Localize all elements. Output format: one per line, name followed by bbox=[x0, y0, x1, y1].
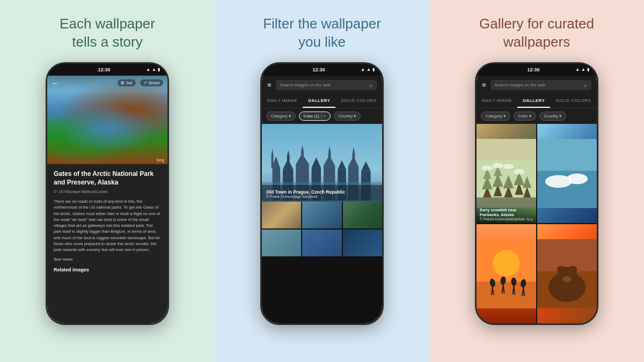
svg-rect-58 bbox=[477, 282, 536, 308]
panel-1-title: Each wallpapertells a story bbox=[60, 15, 155, 51]
signal-icon: ▲ bbox=[146, 67, 150, 72]
phone-2-status-bar: 12:30 ▲ ▲ ▮ bbox=[262, 64, 382, 76]
back-button[interactable]: ← bbox=[52, 79, 59, 87]
set-button[interactable]: ⊞ Set bbox=[118, 79, 136, 86]
signal-icon: ▲ bbox=[361, 67, 365, 72]
notch bbox=[55, 68, 62, 72]
see-more-link[interactable]: See more bbox=[54, 257, 161, 262]
svg-rect-7 bbox=[287, 156, 290, 171]
svg-point-45 bbox=[514, 169, 524, 174]
filter-category[interactable]: Category ▾ bbox=[481, 112, 510, 121]
gallery-alaska-cell[interactable]: Early snowfall near Fairbanks, Alaska Pa… bbox=[477, 124, 536, 223]
story-top-bar: ← ⊞ Set ↗ Share bbox=[47, 76, 167, 91]
svg-point-53 bbox=[564, 178, 570, 182]
flamingos-svg bbox=[477, 224, 536, 323]
gallery-cell-1[interactable] bbox=[262, 202, 301, 228]
gallery-3-grid: Early snowfall near Fairbanks, Alaska Pa… bbox=[477, 124, 597, 323]
gallery-cell-6[interactable] bbox=[343, 230, 382, 256]
filter-color[interactable]: Color (1) | × bbox=[299, 112, 331, 121]
battery-icon: ▮ bbox=[158, 67, 160, 72]
gallery-flamingos-cell[interactable] bbox=[477, 224, 536, 323]
gallery-cell-4[interactable] bbox=[262, 230, 301, 256]
phone-3-topbar: ≡ Search images on the web ⌕ bbox=[477, 76, 597, 94]
phone-3-tabs: DAILY IMAGE GALLERY SOLID COLORS bbox=[477, 94, 597, 108]
svg-point-77 bbox=[563, 276, 572, 282]
filter-country[interactable]: Country ▾ bbox=[539, 112, 566, 121]
svg-point-57 bbox=[493, 249, 520, 276]
gallery-cell-5[interactable] bbox=[302, 230, 341, 256]
search-bar[interactable]: Search images on the web ⌕ bbox=[276, 80, 377, 90]
set-icon: ⊞ bbox=[121, 80, 125, 85]
filter-category[interactable]: Category ▾ bbox=[266, 112, 296, 121]
tab-daily-image[interactable]: DAILY IMAGE bbox=[477, 94, 517, 108]
svg-point-52 bbox=[553, 175, 562, 181]
panel-2-title: Filter the wallpaperyou like bbox=[263, 15, 381, 51]
search-placeholder: Search images on the web bbox=[280, 83, 331, 87]
story-title: Gates of the Arctic National Park and Pr… bbox=[54, 169, 161, 188]
battery-icon: ▮ bbox=[372, 67, 375, 72]
hamburger-menu[interactable]: ≡ bbox=[267, 81, 272, 89]
filter-color[interactable]: Color ▾ bbox=[514, 112, 536, 121]
svg-rect-17 bbox=[328, 152, 331, 167]
gallery-bears-cell[interactable] bbox=[537, 224, 597, 323]
tab-solid-colors[interactable]: SOLID COLORS bbox=[335, 94, 382, 108]
svg-point-42 bbox=[482, 165, 493, 171]
story-description: There are no roads or trails of any kind… bbox=[54, 198, 161, 253]
svg-point-44 bbox=[503, 164, 514, 169]
svg-rect-3 bbox=[272, 155, 274, 168]
tab-gallery[interactable]: GALLERY bbox=[303, 94, 335, 108]
svg-rect-23 bbox=[352, 153, 355, 168]
search-icon: ⌕ bbox=[369, 82, 372, 88]
phone-2-screen: ≡ Search images on the web ⌕ DAILY IMAGE… bbox=[262, 76, 382, 323]
svg-rect-11 bbox=[301, 151, 304, 165]
phone-2-topbar: ≡ Search images on the web ⌕ bbox=[262, 76, 382, 94]
story-actions: ⊞ Set ↗ Share bbox=[118, 79, 163, 86]
phone-2-tabs: DAILY IMAGE GALLERY SOLID COLORS bbox=[262, 94, 382, 108]
prague-caption: Old Town in Prague, Czech Republic Frank… bbox=[266, 189, 378, 198]
share-button[interactable]: ↗ Share bbox=[140, 79, 163, 86]
wifi-icon: ▲ bbox=[367, 67, 371, 72]
phone-3: 12:30 ▲ ▲ ▮ ≡ Search images on the web ⌕… bbox=[475, 62, 598, 325]
tab-gallery[interactable]: GALLERY bbox=[517, 94, 550, 108]
filter-country[interactable]: Country ▾ bbox=[334, 112, 361, 121]
gallery-cell-3[interactable] bbox=[343, 202, 382, 228]
hamburger-menu[interactable]: ≡ bbox=[482, 81, 486, 89]
notch bbox=[484, 68, 492, 72]
search-icon: ⌕ bbox=[584, 82, 587, 88]
panel-gallery: Gallery for curatedwallpapers 12:30 ▲ ▲ … bbox=[429, 0, 644, 362]
status-icons: ▲ ▲ ▮ bbox=[575, 67, 589, 72]
alaska-credit: Patrick Endres/plainpicture bbox=[480, 217, 533, 221]
wifi-icon: ▲ bbox=[581, 67, 586, 72]
story-hero-image: ← ⊞ Set ↗ Share Bing bbox=[47, 76, 167, 164]
svg-point-51 bbox=[567, 173, 588, 184]
phone-2: 12:30 ▲ ▲ ▮ ≡ Search images on the web ⌕… bbox=[260, 62, 384, 325]
tab-daily-image[interactable]: DAILY IMAGE bbox=[262, 94, 303, 108]
signal-icon: ▲ bbox=[575, 67, 580, 72]
status-time: 12:30 bbox=[528, 67, 540, 72]
bing-watermark: Bing bbox=[157, 158, 164, 162]
search-placeholder: Search images on the web bbox=[495, 83, 546, 87]
svg-point-75 bbox=[557, 265, 566, 273]
phone-3-status-bar: 12:30 ▲ ▲ ▮ bbox=[477, 64, 597, 76]
status-time: 12:30 bbox=[98, 67, 111, 72]
status-time: 12:30 bbox=[313, 67, 325, 72]
gallery-birds-cell[interactable] bbox=[537, 124, 597, 223]
svg-point-76 bbox=[568, 265, 577, 273]
search-bar[interactable]: Search images on the web ⌕ bbox=[491, 80, 591, 90]
story-content: Gates of the Arctic National Park and Pr… bbox=[47, 164, 167, 323]
birds-svg bbox=[537, 124, 597, 223]
story-credit: 167/Michael Melford/Corbis bbox=[54, 189, 161, 194]
panel-filter: Filter the wallpaperyou like 12:30 ▲ ▲ ▮… bbox=[215, 0, 429, 362]
filter-color-remove[interactable]: | × bbox=[321, 114, 326, 119]
tab-solid-colors[interactable]: SOLID COLORS bbox=[550, 94, 596, 108]
phone-1-status-bar: 12:30 ▲ ▲ ▮ bbox=[47, 64, 167, 76]
svg-point-54 bbox=[548, 180, 553, 183]
panel-story: Each wallpapertells a story 12:30 ▲ ▲ ▮ … bbox=[0, 0, 215, 362]
small-gallery-grid bbox=[262, 202, 382, 256]
gallery-cell-2[interactable] bbox=[302, 202, 341, 228]
prague-credit: Frank Chmura/age fotostock bbox=[266, 195, 378, 198]
svg-rect-46 bbox=[477, 139, 536, 160]
filter-row: Category ▾ Color (1) | × Country ▾ bbox=[262, 108, 382, 124]
bears-svg bbox=[537, 224, 597, 323]
phone-1: 12:30 ▲ ▲ ▮ ← ⊞ Set ↗ bbox=[46, 62, 169, 325]
